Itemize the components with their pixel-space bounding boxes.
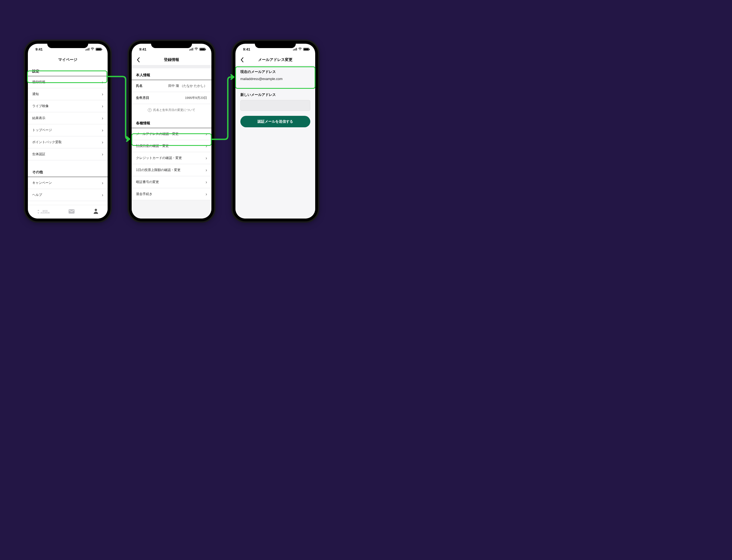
wifi-icon (298, 48, 302, 51)
nav-header: メールアドレス変更 (235, 55, 315, 65)
signal-icon (293, 48, 297, 51)
section-misc-heading: 各種情報 (132, 116, 211, 128)
new-email-label: 新しいメールアドレス (240, 92, 310, 97)
row-label: ライブ映像 (32, 104, 49, 108)
chevron-right-icon: › (102, 181, 103, 185)
row-label: メールアドレスの確認・変更 (136, 132, 179, 136)
phone-email-change: 9:41 メールアドレス変更 現在のメールアドレス maila (233, 41, 318, 221)
status-indicators (189, 48, 206, 51)
row-live-video[interactable]: ライブ映像 › (28, 100, 108, 112)
chevron-right-icon: › (102, 152, 103, 157)
tab-profile[interactable] (93, 208, 98, 215)
chevron-right-icon: › (102, 104, 103, 108)
page-title: 登録情報 (164, 57, 179, 62)
row-name-dob-help[interactable]: ? 氏名と生年月日の変更について (132, 104, 211, 116)
nav-header: マイページ (28, 55, 108, 65)
tab-home[interactable]: WIN KEIRIN (37, 209, 50, 215)
battery-icon (199, 48, 205, 51)
row-withdraw[interactable]: 退会手続き › (132, 188, 211, 200)
row-label: 1日の投票上限額の確認・変更 (136, 168, 181, 172)
chevron-right-icon: › (102, 80, 103, 84)
row-dob: 生年月日 1995年9月23日 (132, 92, 211, 104)
chevron-right-icon: › (206, 144, 207, 148)
row-bank-account[interactable]: 払戻口座の確認・変更 › (132, 140, 211, 152)
button-label: 認証メールを送信する (258, 119, 293, 124)
row-label: キャンペーン (32, 181, 52, 185)
chevron-right-icon: › (206, 156, 207, 160)
row-name: 氏名 田中 隆 （たなか たかし） (132, 80, 211, 92)
row-email-change[interactable]: メールアドレスの確認・変更 › (132, 128, 211, 140)
row-registration-info[interactable]: 登録情報 › (28, 76, 108, 88)
screen-registration: 9:41 登録情報 本人情報 氏名 (132, 44, 211, 219)
status-time: 9:41 (243, 47, 250, 51)
tutorial-stage: 9:41 マイページ 設定 登録情報 › 通知 (0, 0, 342, 262)
status-indicators (293, 48, 309, 51)
row-biometrics[interactable]: 生体認証 › (28, 148, 108, 160)
row-label: 暗証番号の変更 (136, 180, 159, 184)
row-help[interactable]: ヘルプ › (28, 189, 108, 201)
section-other-title: その他 (28, 166, 108, 177)
screen-email: 9:41 メールアドレス変更 現在のメールアドレス maila (235, 44, 315, 219)
dob-label: 生年月日 (136, 96, 149, 100)
svg-rect-0 (69, 209, 75, 214)
chevron-right-icon: › (102, 140, 103, 145)
tab-bar: WIN KEIRIN (28, 205, 108, 219)
row-label: 生体認証 (32, 152, 45, 157)
back-button[interactable] (135, 57, 141, 62)
device-notch (255, 41, 296, 48)
content-email: 現在のメールアドレス mailaddress@example.com 新しいメー… (235, 65, 315, 219)
signal-icon (189, 48, 193, 51)
battery-icon (96, 48, 102, 51)
row-top-page[interactable]: トップページ › (28, 124, 108, 136)
device-notch (47, 41, 88, 48)
mail-icon (69, 209, 75, 215)
page-title: マイページ (58, 57, 77, 62)
current-email-value: mailaddress@example.com (240, 77, 310, 81)
help-text: 氏名と生年月日の変更について (153, 108, 195, 112)
row-results[interactable]: 結果表示 › (28, 112, 108, 124)
send-verification-button[interactable]: 認証メールを送信する (240, 116, 310, 127)
row-campaign[interactable]: キャンペーン › (28, 177, 108, 189)
wifi-icon (90, 48, 95, 51)
current-email-label: 現在のメールアドレス (240, 69, 310, 74)
row-credit-card[interactable]: クレジットカードの確認・変更 › (132, 152, 211, 164)
content-mypage: 設定 登録情報 › 通知 › ライブ映像 › 結果表示 › (28, 65, 108, 205)
phone-registration-info: 9:41 登録情報 本人情報 氏名 (129, 41, 214, 221)
new-email-input[interactable] (240, 100, 310, 111)
phone-mypage: 9:41 マイページ 設定 登録情報 › 通知 (25, 41, 110, 221)
tab-mail[interactable] (69, 209, 75, 215)
wifi-icon (194, 48, 198, 51)
row-label: ポイントバック受取 (32, 140, 62, 145)
content-registration: 本人情報 氏名 田中 隆 （たなか たかし） 生年月日 1995年9月23日 ?… (132, 65, 211, 219)
row-label: 払戻口座の確認・変更 (136, 144, 169, 148)
row-label: トップページ (32, 128, 52, 132)
chevron-right-icon: › (102, 128, 103, 132)
back-button[interactable] (239, 57, 245, 62)
chevron-right-icon: › (206, 132, 207, 136)
current-email-block: 現在のメールアドレス mailaddress@example.com (235, 65, 315, 81)
new-email-block: 新しいメールアドレス (235, 88, 315, 111)
flow-arrow-2 (211, 74, 236, 145)
question-icon: ? (148, 108, 152, 112)
battery-icon (303, 48, 309, 51)
section-personal-heading: 本人情報 (132, 68, 211, 80)
device-notch (151, 41, 192, 48)
row-daily-limit[interactable]: 1日の投票上限額の確認・変更 › (132, 164, 211, 176)
chevron-right-icon: › (206, 180, 207, 184)
row-label: 登録情報 (32, 80, 45, 84)
person-icon (93, 208, 98, 215)
status-indicators (85, 48, 102, 51)
row-pointback[interactable]: ポイントバック受取 › (28, 136, 108, 148)
row-label: 通知 (32, 92, 39, 96)
chevron-right-icon: › (102, 193, 103, 197)
name-label: 氏名 (136, 84, 143, 88)
row-notifications[interactable]: 通知 › (28, 88, 108, 100)
section-settings-title: 設定 (28, 65, 108, 76)
brand-logo: WIN KEIRIN (40, 210, 50, 214)
svg-point-1 (95, 209, 97, 211)
row-pin-change[interactable]: 暗証番号の変更 › (132, 176, 211, 188)
chevron-right-icon: › (206, 168, 207, 172)
row-label: クレジットカードの確認・変更 (136, 156, 182, 160)
page-title: メールアドレス変更 (258, 57, 293, 62)
nav-header: 登録情報 (132, 55, 211, 65)
